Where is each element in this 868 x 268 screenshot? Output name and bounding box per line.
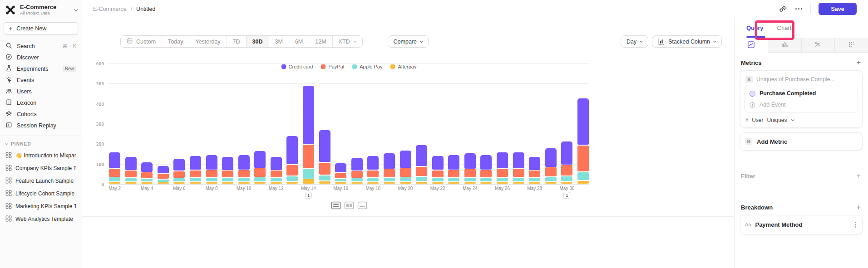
chart-bar-may-12[interactable] <box>271 157 282 184</box>
range-30d[interactable]: 30D <box>246 36 269 47</box>
bar-segment-apple-pay[interactable] <box>400 177 411 181</box>
bar-segment-paypal[interactable] <box>173 171 185 178</box>
bar-segment-apple-pay[interactable] <box>286 176 298 181</box>
bar-segment-afterpay[interactable] <box>238 182 250 184</box>
sidebar-item-experiments[interactable]: ExperimentsNew <box>0 63 82 74</box>
share-link-icon[interactable] <box>779 5 787 13</box>
bar-segment-credit-card[interactable] <box>222 157 233 170</box>
bar-segment-credit-card[interactable] <box>480 155 492 170</box>
range-yesterday[interactable]: Yesterday <box>189 36 226 47</box>
bar-segment-apple-pay[interactable] <box>497 178 508 181</box>
bar-segment-credit-card[interactable] <box>416 145 427 166</box>
breakdown-card[interactable]: Aa Payment Method <box>740 215 863 234</box>
bar-segment-paypal[interactable] <box>384 169 395 177</box>
bar-segment-apple-pay[interactable] <box>158 180 169 182</box>
bar-segment-apple-pay[interactable] <box>577 172 589 180</box>
layout-bottom-panel-button[interactable] <box>357 201 367 210</box>
bar-segment-apple-pay[interactable] <box>190 178 201 181</box>
report-tab-bar-report[interactable] <box>768 38 801 52</box>
bar-segment-paypal[interactable] <box>464 169 476 177</box>
annotation-count-badge[interactable]: 1 <box>305 192 312 199</box>
bar-segment-afterpay[interactable] <box>513 182 524 184</box>
bar-segment-credit-card[interactable] <box>109 152 120 168</box>
bar-segment-afterpay[interactable] <box>319 181 330 184</box>
bar-segment-afterpay[interactable] <box>254 182 266 184</box>
pinned-board-web-analytics-temp[interactable]: Web Analytics Template <box>0 213 82 225</box>
range-today[interactable]: Today <box>162 36 189 47</box>
bar-segment-afterpay[interactable] <box>480 182 492 184</box>
bar-segment-paypal[interactable] <box>561 165 572 175</box>
sidebar-item-cohorts[interactable]: Cohorts <box>0 108 82 120</box>
pinned-section-header[interactable]: PINNED <box>0 141 82 149</box>
bar-segment-afterpay[interactable] <box>448 182 459 184</box>
bar-segment-credit-card[interactable] <box>529 157 540 170</box>
bar-segment-credit-card[interactable] <box>545 148 557 167</box>
bar-segment-afterpay[interactable] <box>206 182 217 184</box>
bar-segment-credit-card[interactable] <box>190 156 201 170</box>
bar-segment-afterpay[interactable] <box>384 182 395 184</box>
annotation-count-badge[interactable]: 1 <box>563 192 570 199</box>
bar-segment-afterpay[interactable] <box>577 181 589 184</box>
chart-bar-may-31[interactable] <box>577 98 589 184</box>
chart-bar-may-7[interactable] <box>190 156 201 184</box>
granularity-dropdown[interactable]: Day <box>621 35 648 48</box>
bar-segment-paypal[interactable] <box>271 171 282 177</box>
sidebar-item-users[interactable]: Users <box>0 86 82 97</box>
chart-bar-may-23[interactable] <box>448 155 459 184</box>
bar-segment-apple-pay[interactable] <box>448 178 459 182</box>
bar-segment-credit-card[interactable] <box>125 157 137 170</box>
range-xtd[interactable]: XTD <box>332 36 362 47</box>
bar-segment-credit-card[interactable] <box>319 130 330 162</box>
bar-segment-apple-pay[interactable] <box>303 169 314 178</box>
bar-segment-paypal[interactable] <box>303 145 314 168</box>
bar-segment-afterpay[interactable] <box>109 182 120 184</box>
bar-segment-paypal[interactable] <box>367 171 379 178</box>
bar-segment-afterpay[interactable] <box>141 182 153 184</box>
bar-segment-afterpay[interactable] <box>222 182 233 184</box>
bar-segment-paypal[interactable] <box>238 170 250 177</box>
chart-bar-may-20[interactable] <box>400 151 411 184</box>
chart-bar-may-19[interactable] <box>384 153 395 184</box>
bar-segment-apple-pay[interactable] <box>351 178 363 181</box>
add-filter-plus-icon[interactable]: + <box>857 172 861 180</box>
chart-bar-may-24[interactable] <box>464 153 476 184</box>
bar-segment-afterpay[interactable] <box>416 182 427 184</box>
bar-segment-credit-card[interactable] <box>561 141 572 165</box>
bar-segment-paypal[interactable] <box>432 171 444 178</box>
bar-segment-afterpay[interactable] <box>173 182 185 184</box>
bar-segment-apple-pay[interactable] <box>319 175 330 181</box>
bar-segment-apple-pay[interactable] <box>464 178 476 181</box>
report-tab-flows[interactable] <box>801 38 835 52</box>
bar-segment-paypal[interactable] <box>513 169 524 177</box>
bar-segment-paypal[interactable] <box>206 170 217 177</box>
bar-segment-apple-pay[interactable] <box>109 177 120 181</box>
sidebar-item-session-replay[interactable]: Session Replay <box>0 120 82 131</box>
bar-segment-apple-pay[interactable] <box>367 178 379 181</box>
tab-query[interactable]: Query <box>746 24 764 31</box>
project-switcher[interactable]: E-Commerce All Project Data <box>0 0 82 19</box>
bar-segment-credit-card[interactable] <box>464 153 476 169</box>
bar-segment-paypal[interactable] <box>286 165 298 175</box>
bar-segment-apple-pay[interactable] <box>335 179 346 182</box>
chart-bar-may-3[interactable] <box>125 157 137 184</box>
bar-segment-credit-card[interactable] <box>173 159 185 171</box>
chart-bar-may-26[interactable] <box>497 152 508 184</box>
bar-segment-afterpay[interactable] <box>351 182 363 184</box>
sidebar-item-discover[interactable]: Discover <box>0 52 82 63</box>
layout-columns-button[interactable] <box>344 201 354 210</box>
bar-segment-afterpay[interactable] <box>561 182 572 184</box>
chart-bar-may-22[interactable] <box>432 156 444 184</box>
more-options-icon[interactable] <box>794 5 803 13</box>
chart-bar-may-5[interactable] <box>158 166 169 184</box>
sidebar-item-search[interactable]: Search⌘ + K <box>0 40 82 52</box>
bar-segment-paypal[interactable] <box>545 167 557 176</box>
bar-segment-credit-card[interactable] <box>497 152 508 168</box>
chart-bar-may-30[interactable] <box>561 141 572 184</box>
bar-segment-credit-card[interactable] <box>335 163 346 172</box>
chart-bar-may-28[interactable] <box>529 157 540 184</box>
bar-segment-paypal[interactable] <box>109 169 120 177</box>
chart-bar-may-6[interactable] <box>173 159 185 184</box>
range-7d[interactable]: 7D <box>227 36 246 47</box>
chart-bar-may-9[interactable] <box>222 157 233 184</box>
bar-segment-credit-card[interactable] <box>271 157 282 170</box>
